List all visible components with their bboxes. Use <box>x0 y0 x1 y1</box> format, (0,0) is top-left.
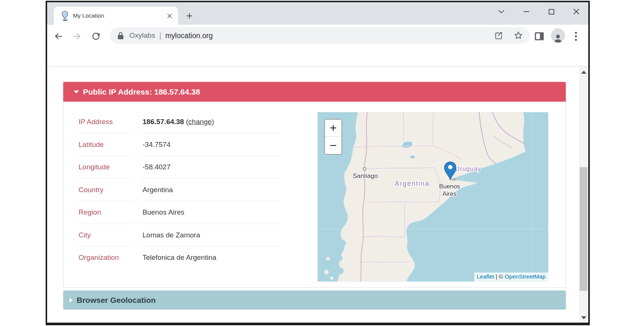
table-row: City Lomas de Zamora <box>64 224 348 247</box>
row-label: Latitude <box>77 133 133 156</box>
bookmark-star-icon[interactable] <box>513 30 524 41</box>
window-minimize-button[interactable] <box>520 6 533 17</box>
side-panel-icon[interactable] <box>533 30 546 43</box>
row-label: Longitude <box>77 156 133 179</box>
ip-table: IP Address 186.57.64.38 (change) Latitud… <box>64 111 348 269</box>
new-tab-button[interactable] <box>184 10 194 21</box>
profile-avatar[interactable] <box>551 28 565 43</box>
window-maximize-button[interactable] <box>545 6 558 17</box>
tab-close-icon[interactable] <box>166 12 173 19</box>
map-label-buenos-aires-1: Buenos <box>439 183 460 190</box>
scrollbar-down-arrow[interactable] <box>581 316 586 319</box>
browser-toolbar: Oxylabs | mylocation.org <box>47 25 588 66</box>
map-attribution: Leaflet | © OpenStreetMap <box>474 273 548 282</box>
tab-my-location[interactable]: My Location <box>54 7 178 25</box>
map-label-santiago: Santiago <box>353 172 378 179</box>
table-row: Country Argentina <box>64 179 348 202</box>
window-close-button[interactable] <box>570 6 583 17</box>
scrollbar-up-arrow[interactable] <box>581 71 586 74</box>
map-zoom-in-button[interactable]: + <box>325 120 341 137</box>
attribution-divider: | © <box>494 273 505 280</box>
table-row: Latitude -34.7574 <box>64 133 348 156</box>
ip-details-card: IP Address 186.57.64.38 (change) Latitud… <box>63 102 566 288</box>
page-scrollbar[interactable] <box>579 67 588 323</box>
page-content: Public IP Address: 186.57.64.38 IP Addre… <box>47 67 588 323</box>
row-value: 186.57.64.38 (change) <box>140 111 280 133</box>
public-ip-header-text: Public IP Address: 186.57.64.38 <box>83 87 200 96</box>
reload-button[interactable] <box>89 30 102 43</box>
row-label: IP Address <box>77 111 133 133</box>
table-row: Organization Telefonica de Argentina <box>64 246 348 269</box>
share-icon[interactable] <box>493 30 505 41</box>
url-site-label: Oxylabs <box>129 31 155 40</box>
url-separator: | <box>159 31 161 40</box>
collapse-arrow-icon <box>74 90 79 93</box>
site-favicon-pin-icon <box>61 11 68 21</box>
browser-geolocation-accordion-header[interactable]: Browser Geolocation <box>63 290 566 310</box>
map-label-uruguay: Uruguay <box>455 165 481 172</box>
row-value: -58.4027 <box>140 156 280 179</box>
tab-strip: My Location <box>47 2 588 25</box>
map-label-buenos-aires-2: Aires <box>442 190 457 197</box>
map-label-argentina: Argentina <box>395 180 430 187</box>
tab-title: My Location <box>73 12 166 19</box>
back-button[interactable] <box>52 30 65 43</box>
map-canvas: Santiago Argentina Uruguay Buenos Aires <box>318 112 548 282</box>
leaflet-link[interactable]: Leaflet <box>477 273 494 280</box>
expand-arrow-icon <box>70 298 73 303</box>
row-label: Organization <box>77 246 133 269</box>
browser-geolocation-header-text: Browser Geolocation <box>77 296 156 305</box>
window-chevron-button[interactable] <box>495 6 507 17</box>
address-bar[interactable]: Oxylabs | mylocation.org <box>110 27 530 44</box>
openstreetmap-link[interactable]: OpenStreetMap <box>505 273 546 280</box>
map-zoom-out-button[interactable]: − <box>325 137 341 154</box>
santiago-city-dot <box>363 167 366 170</box>
browser-window: My Location <box>46 1 590 325</box>
row-value: -34.7574 <box>140 133 280 156</box>
row-value: Lomas de Zamora <box>140 224 280 247</box>
url-domain: mylocation.org <box>165 31 213 40</box>
table-row: IP Address 186.57.64.38 (change) <box>64 111 348 133</box>
lock-icon[interactable] <box>117 30 124 41</box>
public-ip-accordion-header[interactable]: Public IP Address: 186.57.64.38 <box>63 82 566 102</box>
table-row: Longitude -58.4027 <box>64 156 348 179</box>
forward-button[interactable] <box>71 30 83 43</box>
change-ip-link[interactable]: change <box>188 118 212 126</box>
row-label: City <box>77 224 133 247</box>
row-label: Region <box>77 201 133 224</box>
menu-dots-icon[interactable] <box>570 30 582 43</box>
scrollbar-thumb[interactable] <box>580 167 588 291</box>
row-value: Buenos Aires <box>140 201 280 224</box>
row-value: Telefonica de Argentina <box>140 246 280 269</box>
leaflet-map[interactable]: Santiago Argentina Uruguay Buenos Aires <box>318 112 548 282</box>
table-row: Region Buenos Aires <box>64 201 348 224</box>
row-value: Argentina <box>140 179 280 202</box>
row-label: Country <box>77 179 133 202</box>
map-zoom-control: + − <box>324 119 342 155</box>
